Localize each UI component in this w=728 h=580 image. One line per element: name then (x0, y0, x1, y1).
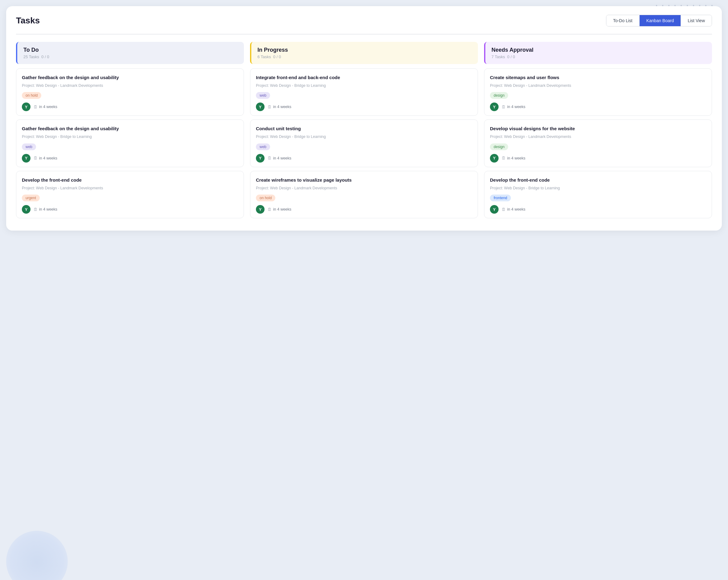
tab-todo-list[interactable]: To-Do List (606, 15, 640, 26)
task-card[interactable]: Create wireframes to visualize page layo… (250, 171, 478, 218)
avatar: Y (256, 103, 264, 111)
calendar-icon: 🗓 (33, 105, 37, 109)
avatar: Y (22, 154, 30, 162)
task-footer: Y 🗓 in 4 weeks (22, 154, 238, 162)
task-footer: Y 🗓 in 4 weeks (256, 103, 472, 111)
due-date: 🗓 in 4 weeks (502, 207, 525, 212)
column-title-inprogress: In Progress (257, 47, 472, 53)
tab-kanban-board[interactable]: Kanban Board (640, 15, 681, 26)
main-card: Tasks To-Do List Kanban Board List View … (6, 6, 722, 231)
task-tag: on hold (256, 194, 275, 201)
column-todo: To Do 25 Tasks 0 / 0 Gather feedback on … (16, 42, 244, 222)
task-tag: on hold (22, 92, 41, 99)
calendar-icon: 🗓 (502, 156, 506, 160)
task-card[interactable]: Develop the front-end code Project: Web … (16, 171, 244, 218)
task-tag: web (256, 143, 270, 150)
due-date: 🗓 in 4 weeks (268, 105, 291, 109)
column-title-todo: To Do (23, 47, 238, 53)
task-title: Gather feedback on the design and usabil… (22, 125, 238, 132)
column-header-inprogress: In Progress 6 Tasks 0 / 0 (250, 42, 478, 64)
task-card[interactable]: Conduct unit testing Project: Web Design… (250, 120, 478, 167)
task-footer: Y 🗓 in 4 weeks (490, 103, 706, 111)
task-project: Project: Web Design - Bridge to Learning (256, 83, 472, 89)
task-title: Gather feedback on the design and usabil… (22, 74, 238, 81)
calendar-icon: 🗓 (268, 207, 271, 212)
task-title: Conduct unit testing (256, 125, 472, 132)
task-project: Project: Web Design - Bridge to Learning (22, 134, 238, 140)
task-project: Project: Web Design - Landmark Developme… (490, 134, 706, 140)
task-footer: Y 🗓 in 4 weeks (256, 205, 472, 214)
tab-list-view[interactable]: List View (681, 15, 712, 26)
avatar: Y (256, 154, 264, 162)
task-title: Develop the front-end code (490, 177, 706, 183)
task-title: Develop visual designs for the website (490, 125, 706, 132)
due-date: 🗓 in 4 weeks (33, 105, 57, 109)
task-project: Project: Web Design - Landmark Developme… (22, 83, 238, 89)
view-tabs: To-Do List Kanban Board List View (606, 15, 712, 26)
task-footer: Y 🗓 in 4 weeks (22, 205, 238, 214)
task-card[interactable]: Create sitemaps and user flows Project: … (484, 68, 712, 116)
due-date: 🗓 in 4 weeks (268, 207, 291, 212)
column-meta-todo: 25 Tasks 0 / 0 (23, 54, 238, 59)
task-card[interactable]: Gather feedback on the design and usabil… (16, 120, 244, 167)
calendar-icon: 🗓 (33, 156, 37, 160)
task-card[interactable]: Integrate front-end and back-end code Pr… (250, 68, 478, 116)
due-date: 🗓 in 4 weeks (268, 156, 291, 160)
avatar: Y (490, 205, 499, 214)
page-title: Tasks (16, 16, 40, 26)
column-header-needsapproval: Needs Approval 7 Tasks 0 / 0 (484, 42, 712, 64)
calendar-icon: 🗓 (502, 207, 506, 212)
task-title: Integrate front-end and back-end code (256, 74, 472, 81)
avatar: Y (490, 103, 499, 111)
kanban-board: To Do 25 Tasks 0 / 0 Gather feedback on … (16, 42, 712, 222)
task-tag: frontend (490, 194, 511, 201)
due-date: 🗓 in 4 weeks (502, 105, 525, 109)
task-title: Develop the front-end code (22, 177, 238, 183)
task-project: Project: Web Design - Landmark Developme… (22, 186, 238, 191)
calendar-icon: 🗓 (268, 105, 271, 109)
task-footer: Y 🗓 in 4 weeks (490, 205, 706, 214)
task-project: Project: Web Design - Bridge to Learning (490, 186, 706, 191)
avatar: Y (490, 154, 499, 162)
due-date: 🗓 in 4 weeks (33, 207, 57, 212)
header-divider (16, 34, 712, 34)
task-tag: web (22, 143, 36, 150)
due-date: 🗓 in 4 weeks (502, 156, 525, 160)
page-header: Tasks To-Do List Kanban Board List View (16, 15, 712, 26)
task-project: Project: Web Design - Landmark Developme… (256, 186, 472, 191)
avatar: Y (256, 205, 264, 214)
calendar-icon: 🗓 (268, 156, 271, 160)
task-footer: Y 🗓 in 4 weeks (256, 154, 472, 162)
avatar: Y (22, 205, 30, 214)
task-project: Project: Web Design - Landmark Developme… (490, 83, 706, 89)
column-inprogress: In Progress 6 Tasks 0 / 0 Integrate fron… (250, 42, 478, 222)
task-project: Project: Web Design - Bridge to Learning (256, 134, 472, 140)
task-card[interactable]: Develop visual designs for the website P… (484, 120, 712, 167)
task-tag: urgent (22, 194, 40, 201)
column-title-needsapproval: Needs Approval (492, 47, 706, 53)
due-date: 🗓 in 4 weeks (33, 156, 57, 160)
task-title: Create wireframes to visualize page layo… (256, 177, 472, 183)
task-card[interactable]: Develop the front-end code Project: Web … (484, 171, 712, 218)
task-tag: design (490, 143, 508, 150)
column-meta-inprogress: 6 Tasks 0 / 0 (257, 54, 472, 59)
blue-blob-decoration (6, 531, 68, 580)
column-needsapproval: Needs Approval 7 Tasks 0 / 0 Create site… (484, 42, 712, 222)
task-footer: Y 🗓 in 4 weeks (22, 103, 238, 111)
calendar-icon: 🗓 (502, 105, 506, 109)
task-footer: Y 🗓 in 4 weeks (490, 154, 706, 162)
task-tag: web (256, 92, 270, 99)
calendar-icon: 🗓 (33, 207, 37, 212)
task-title: Create sitemaps and user flows (490, 74, 706, 81)
avatar: Y (22, 103, 30, 111)
task-card[interactable]: Gather feedback on the design and usabil… (16, 68, 244, 116)
column-meta-needsapproval: 7 Tasks 0 / 0 (492, 54, 706, 59)
column-header-todo: To Do 25 Tasks 0 / 0 (16, 42, 244, 64)
task-tag: design (490, 92, 508, 99)
